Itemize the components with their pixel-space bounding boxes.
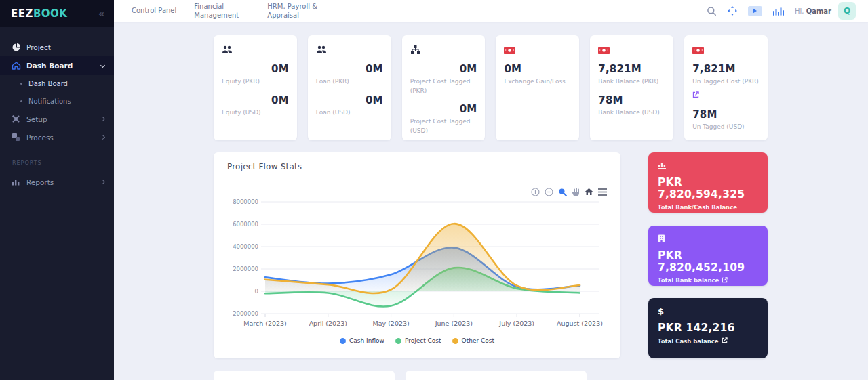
external-link-icon[interactable] (722, 277, 728, 284)
stat-row: 0M Loan (USD) (316, 94, 383, 118)
sidebar-item-label: Process (26, 133, 101, 142)
legend-item-project-cost[interactable]: Project Cost (395, 337, 441, 344)
chart-zoom-in-icon[interactable] (531, 188, 540, 196)
chart-toolbar (226, 187, 607, 196)
external-link-icon[interactable] (722, 337, 728, 345)
stat-value: 0M (316, 63, 383, 75)
chevron-right-icon (100, 135, 105, 140)
app-logo[interactable]: EEZBOOK (11, 7, 67, 20)
tab-hrm-payroll[interactable]: HRM, Payroll & Appraisal (267, 2, 323, 20)
sidebar-item-project[interactable]: Project (0, 38, 114, 56)
users-icon (316, 44, 383, 55)
legend-item-cash-inflow[interactable]: Cash Inflow (340, 337, 384, 344)
chevron-down-icon (100, 63, 105, 68)
boxes-icon (12, 133, 26, 142)
svg-text:8000000: 8000000 (233, 198, 258, 205)
total-bank-balance-card[interactable]: PKR 7,820,452,109 Total Bank balance (648, 226, 768, 286)
stat-row: 7,821M Un Tagged Cost (PKR) (692, 63, 760, 101)
subitem-label: Dash Board (28, 80, 68, 87)
stats-bars-icon[interactable] (773, 7, 784, 16)
stat-value: 78M (692, 108, 760, 121)
project-flow-stats-card: Project Flow Stats 800000060000004000000… (214, 152, 620, 358)
stat-row: 78M Bank Balance (USD) (598, 94, 665, 118)
sidebar-collapse-icon[interactable]: « (98, 8, 104, 19)
stat-row: 78M Un Tagged (USD) (692, 108, 760, 132)
money-icon (598, 44, 665, 55)
avatar[interactable]: Q (838, 2, 856, 20)
svg-text:May (2023): May (2023) (372, 320, 409, 327)
flow-chart-svg[interactable]: 80000006000000400000020000000-2000000Mar… (226, 196, 606, 331)
stat-label: Un Tagged Cost (PKR) (692, 77, 760, 87)
tab-financial-management[interactable]: Financial Management (194, 2, 250, 20)
sidebar-subitem-notifications[interactable]: Notifications (0, 92, 114, 110)
sidebar-item-setup[interactable]: Setup (0, 110, 114, 128)
chart-selection-zoom-icon[interactable] (558, 188, 567, 196)
svg-text:4000000: 4000000 (233, 243, 258, 250)
stat-value: 7,821M (692, 63, 760, 75)
partial-card-1 (214, 371, 395, 380)
chart-title: Project Flow Stats (214, 152, 620, 180)
stat-cards-row: 0M Equity (PKR) 0M Equity (USD) 0M Loan … (214, 35, 768, 140)
external-link-icon[interactable] (692, 88, 760, 101)
legend-dot (395, 338, 401, 344)
move-icon[interactable] (728, 6, 737, 16)
stat-row: 0M Equity (PKR) (222, 63, 289, 87)
summary-value: PKR 7,820,452,109 (658, 249, 758, 274)
stat-label: Bank Balance (USD) (598, 108, 665, 118)
money-icon (504, 44, 571, 55)
svg-text:2000000: 2000000 (233, 266, 258, 272)
stat-card-project-cost-tagged: 0M Project Cost Tagged (PKR) 0M Project … (402, 35, 486, 140)
sidebar-item-process[interactable]: Process (0, 128, 114, 146)
user-name: Qamar (806, 7, 831, 15)
sidebar-item-label: Setup (26, 115, 101, 123)
legend-dot (452, 338, 458, 344)
legend-item-other-cost[interactable]: Other Cost (452, 337, 494, 344)
chart-pan-icon[interactable] (572, 188, 580, 196)
stat-value: 7,821M (598, 63, 665, 75)
legend-label: Cash Inflow (349, 337, 384, 344)
chart-zoom-out-icon[interactable] (545, 188, 553, 196)
stat-row: 0M Project Cost Tagged (USD) (410, 103, 477, 135)
sidebar-item-reports[interactable]: Reports (0, 173, 114, 191)
bottom-row (214, 371, 768, 380)
stat-card-untagged-cost: 7,821M Un Tagged Cost (PKR) 78M Un Tagge… (684, 35, 768, 140)
summary-value: PKR 142,216 (658, 322, 758, 334)
svg-text:July (2023): July (2023) (498, 320, 534, 327)
stat-card-loan: 0M Loan (PKR) 0M Loan (USD) (308, 35, 391, 140)
chart-menu-icon[interactable] (598, 188, 607, 196)
bar-chart-icon (658, 161, 758, 170)
legend-label: Other Cost (462, 337, 494, 344)
stat-value: 78M (598, 94, 665, 106)
play-button-icon[interactable] (748, 6, 762, 16)
stat-row: 0M Equity (USD) (222, 94, 289, 118)
search-icon[interactable] (707, 6, 717, 16)
sidebar-subitem-dashboard[interactable]: Dash Board (0, 75, 114, 92)
chart-home-icon[interactable] (585, 188, 593, 196)
dollar-icon: $ (658, 306, 758, 316)
dashboard-submenu: Dash Board Notifications (0, 75, 114, 110)
stat-card-exchange: 0M Exchange Gain/Loss (496, 35, 579, 140)
stat-row: 0M Loan (PKR) (316, 63, 383, 87)
summary-label: Total Cash balance (658, 337, 758, 345)
bullet-icon (20, 100, 22, 102)
summary-label-text: Total Cash balance (658, 338, 719, 345)
svg-text:6000000: 6000000 (233, 221, 258, 228)
sidebar-item-label: Dash Board (26, 62, 101, 70)
total-bank-cash-balance-card[interactable]: PKR 7,820,594,325 Total Bank/Cash Balanc… (648, 152, 768, 213)
tools-icon (12, 114, 26, 123)
home-icon (12, 61, 26, 70)
tab-control-panel[interactable]: Control Panel (132, 6, 176, 16)
stat-row: 0M Project Cost Tagged (PKR) (410, 63, 477, 96)
stat-label: Un Tagged (USD) (692, 123, 760, 132)
subitem-label: Notifications (28, 98, 71, 105)
legend-dot (340, 338, 346, 344)
sidebar-section-reports: REPORTS (0, 146, 114, 173)
svg-text:April (2023): April (2023) (309, 320, 347, 327)
svg-text:March (2023): March (2023) (243, 320, 287, 327)
summary-label-text: Total Bank/Cash Balance (658, 204, 737, 211)
bar-chart-icon (12, 178, 26, 186)
total-cash-balance-card[interactable]: $ PKR 142,216 Total Cash balance (648, 298, 768, 358)
stat-label: Exchange Gain/Loss (504, 77, 571, 87)
sidebar-item-dashboard[interactable]: Dash Board (0, 56, 114, 75)
stat-label: Project Cost Tagged (PKR) (410, 77, 477, 96)
